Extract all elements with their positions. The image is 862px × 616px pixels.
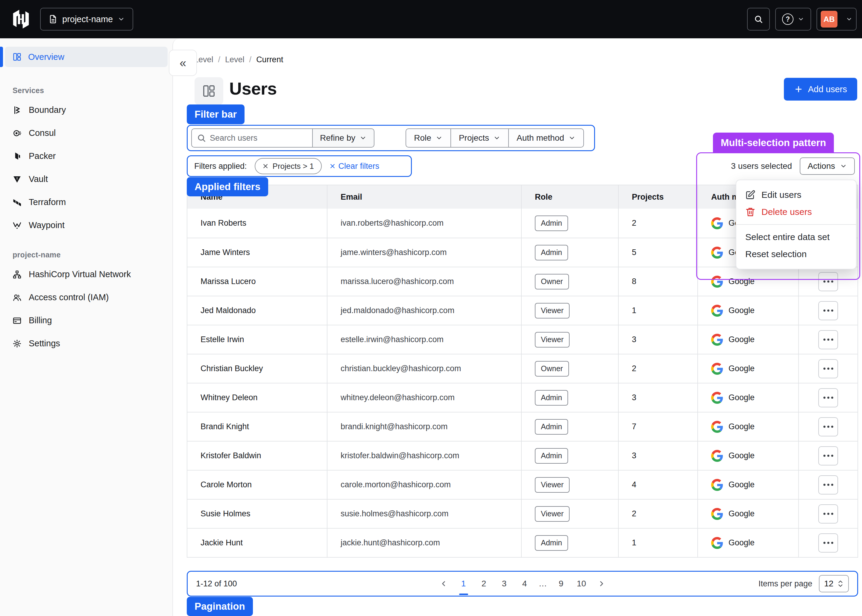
page-button[interactable]: 2 [476,575,492,592]
row-actions-button[interactable] [818,504,838,523]
user-email: jame.winters@hashicorp.com [327,238,521,267]
sidebar-item-waypoint[interactable]: Waypoint [0,214,173,237]
row-actions-button[interactable] [818,475,838,495]
sidebar-item-label: Waypoint [29,220,64,230]
auth-method-value: Google [729,509,755,519]
user-name: Whitney Deleon [187,383,327,412]
menu-item-edit-users[interactable]: Edit users [736,186,856,204]
row-actions-button[interactable] [818,301,838,320]
google-icon [711,421,723,433]
clear-filters-button[interactable]: Clear filters [330,162,380,171]
items-per-page-select[interactable]: 12 [819,575,849,592]
google-icon [711,334,723,346]
previous-page-button[interactable] [436,575,451,592]
google-icon [711,537,723,549]
project-selector[interactable]: project-name [40,8,133,30]
menu-item-delete-users[interactable]: Delete users [736,204,856,221]
waypoint-icon [13,221,22,230]
search-icon [197,133,206,143]
help-icon: ? [782,14,793,25]
sidebar-item-billing[interactable]: Billing [0,309,173,332]
sidebar-item-terraform[interactable]: Terraform [0,191,173,214]
user-name: Susie Holmes [187,500,327,528]
filter-chip[interactable]: Projects > 1 [255,158,322,174]
sidebar-collapse-button[interactable]: « [169,50,197,76]
user-email: jed.maldonado@hashicorp.com [327,296,521,325]
next-page-button[interactable] [594,575,609,592]
user-email: susie.holmes@hashicorp.com [327,500,521,528]
auth-method-value: Google [729,364,755,373]
avatar: AB [821,11,837,28]
page-button[interactable]: 10 [573,575,590,592]
hashicorp-logo-icon[interactable] [11,9,31,29]
actions-dropdown-button[interactable]: Actions [800,157,855,175]
table-row: Jed Maldonado jed.maldonado@hashicorp.co… [187,296,857,325]
menu-item-select-entire-data-set[interactable]: Select entire data set [736,228,856,246]
search-input[interactable] [191,129,312,148]
column-header-projects[interactable]: Projects [618,185,697,209]
breadcrumb-link[interactable]: Level [225,55,245,64]
page-button[interactable]: 1 [455,575,472,592]
row-actions-button[interactable] [818,272,838,291]
google-icon [711,217,723,229]
sidebar-item-packer[interactable]: Packer [0,145,173,168]
role-filter-dropdown[interactable]: Role [406,129,451,147]
projects-count: 8 [618,267,697,296]
menu-item-reset-selection[interactable]: Reset selection [736,246,856,263]
sidebar-item-settings[interactable]: Settings [0,332,173,355]
sidebar-item-access-control[interactable]: Access control (IAM) [0,286,173,309]
dashboard-icon [202,84,216,98]
sidebar-item-vault[interactable]: Vault [0,168,173,191]
sidebar-item-hvn[interactable]: HashiCorp Virtual Network [0,263,173,286]
consul-icon [13,129,22,138]
column-header-role[interactable]: Role [521,185,618,209]
sidebar-item-consul[interactable]: Consul [0,121,173,145]
row-actions-button[interactable] [818,533,838,553]
user-name: Brandi Knight [187,412,327,441]
gear-icon [13,339,22,348]
selection-count: 3 users selected [731,161,792,171]
row-actions-button[interactable] [818,359,838,378]
page-ellipsis: … [537,579,549,588]
user-email: whitney.deleon@hashicorp.com [327,383,521,412]
sidebar-item-label: Billing [29,316,52,325]
page-button[interactable]: 4 [517,575,533,592]
terraform-icon [13,198,22,207]
row-actions-button[interactable] [818,446,838,465]
chevron-down-icon [568,134,576,141]
table-row: Jackie Hunt jackie.hunt@hashicorp.com Ad… [187,528,857,557]
role-badge: Owner [535,361,569,377]
pagination-bar: 1-12 of 100 1 2 3 4 … 9 10 Items per pag… [187,571,858,597]
edit-icon [745,190,755,200]
chevron-down-icon [435,134,443,141]
global-search-button[interactable] [747,8,770,30]
sidebar-item-overview[interactable]: Overview [5,47,168,67]
refine-by-label: Refine by [320,133,355,143]
help-menu-button[interactable]: ? [775,8,811,30]
close-icon [330,163,336,169]
row-actions-button[interactable] [818,388,838,407]
row-actions-button[interactable] [818,417,838,437]
top-nav-bar: project-name ? AB [0,0,862,38]
auth-method-filter-label: Auth method [517,133,564,143]
row-actions-button[interactable] [818,330,838,349]
column-header-email[interactable]: Email [327,185,521,209]
role-badge: Viewer [535,477,570,493]
auth-method-value: Google [729,335,755,344]
account-menu-button[interactable]: AB [816,8,857,30]
page-button[interactable]: 3 [496,575,512,592]
page-button[interactable]: 9 [553,575,569,592]
projects-filter-dropdown[interactable]: Projects [451,129,508,147]
refine-by-dropdown[interactable]: Refine by [312,129,374,148]
document-icon [49,15,58,24]
table-row: Estelle Irwin estelle.irwin@hashicorp.co… [187,325,857,354]
page-title: Users [229,79,277,99]
auth-method-value: Google [729,480,755,489]
breadcrumb-current: Current [256,55,283,64]
sidebar-item-boundary[interactable]: Boundary [0,99,173,121]
add-users-button[interactable]: Add users [784,78,857,101]
breadcrumb-separator: / [249,55,252,64]
chevron-down-icon [798,16,804,22]
page-icon-tile [195,77,223,105]
auth-method-filter-dropdown[interactable]: Auth method [508,129,583,147]
